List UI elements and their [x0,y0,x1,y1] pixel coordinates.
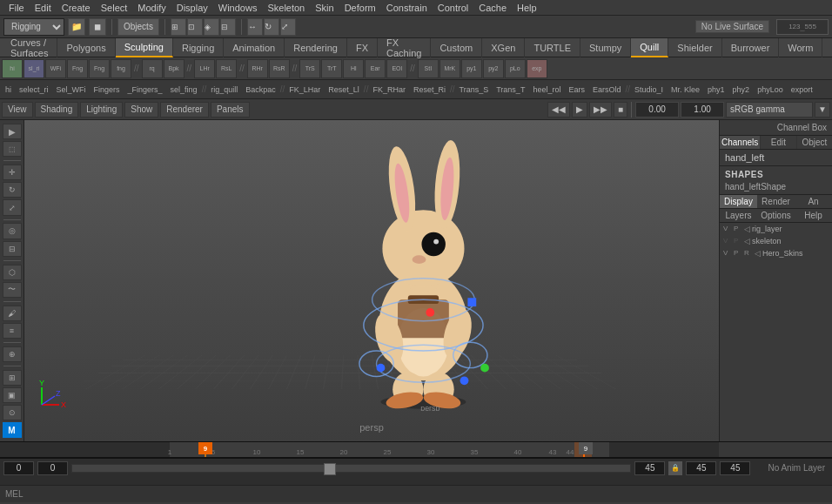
lt-btn-extra2[interactable]: ⊞ [3,370,22,386]
shelf2-item-rig-quill[interactable]: rig_quill [207,84,241,95]
shelf-icon-rig-quill[interactable]: rq [142,59,163,78]
stop-btn[interactable]: ■ [614,102,627,118]
rp-row-tab-layers[interactable]: Layers [720,209,757,222]
toolbar-icon-2[interactable]: ◼ [89,18,106,36]
shelf-icon-trans-t[interactable]: TrT [321,59,342,78]
shelf2-item-trans-s[interactable]: Trans_S [456,84,493,95]
tab-sculpting[interactable]: Sculpting [116,38,173,57]
tb-move[interactable]: ↔ [247,18,263,36]
tab-worm[interactable]: Worm [779,38,822,57]
tb-snap3[interactable]: ◈ [204,18,219,36]
lt-rotate[interactable]: ↻ [3,182,22,198]
shelf-icon-studio-i[interactable]: StI [418,59,439,78]
shelf-icon-export[interactable]: exp [527,59,547,78]
menu-skin[interactable]: Skin [310,2,339,14]
timeline-start-field[interactable] [3,461,34,475]
shelf2-item-sel-wfi[interactable]: Sel_WFi [53,84,90,95]
tab-shielder[interactable]: Shielder [668,38,721,57]
shelf2-item-fingers2[interactable]: _Fingers_ [124,84,166,95]
layer-v-btn-skel[interactable]: V [723,237,732,245]
timeline-ruler[interactable]: .rt { position:absolute; bottom:2px; fon… [0,442,832,458]
shelf2-item-select-ri[interactable]: select_ri [16,84,52,95]
shelf2-item-export[interactable]: export [788,84,816,95]
shelf-icon-trans-s[interactable]: TrS [299,59,320,78]
shelf2-item-trans-t[interactable]: Trans_T [493,84,528,95]
menu-edit[interactable]: Edit [30,2,57,14]
lt-btn-extra1[interactable]: ⊕ [3,346,22,362]
shelf2-item-ears[interactable]: Ears [565,84,588,95]
tb-rotate[interactable]: ↻ [264,18,279,36]
time-field-2[interactable] [681,102,724,118]
layer-v-btn-hero[interactable]: V [723,249,732,258]
menu-display[interactable]: Display [171,2,213,14]
shelf-icon-sel-wfi[interactable]: WFi [45,59,66,78]
lt-paint[interactable]: 🖌 [3,306,22,321]
tab-custom[interactable]: Custom [431,38,482,57]
lighting-btn[interactable]: Lighting [80,102,123,118]
toolbar-icon-1[interactable]: 📁 [68,18,85,36]
tb-snap2[interactable]: ⊡ [187,18,203,36]
rp-tab-channels[interactable]: Channels [720,136,761,149]
timeline-lock[interactable]: 🔒 [668,461,682,475]
tab-polygons[interactable]: Polygons [57,38,115,57]
timeline-range-end-3[interactable] [720,461,750,475]
shading-btn[interactable]: Shading [35,102,79,118]
shelf2-item-phy2[interactable]: phy2 [729,84,754,95]
tb-snap[interactable]: ⊞ [171,18,186,36]
shelf2-item-fingers[interactable]: Fingers [91,84,124,95]
mode-select[interactable]: Rigging [3,18,64,36]
shelf2-item-fk-lhar[interactable]: FK_LHar [285,84,324,95]
menu-modify[interactable]: Modify [132,2,171,14]
shelf2-item-reset-ri[interactable]: Reset_Ri [410,84,449,95]
shelf2-item-backpac[interactable]: Backpac [242,84,279,95]
shelf2-item-ears-old[interactable]: EarsOld [589,84,625,95]
menu-file[interactable]: File [3,2,30,14]
gamma-dropdown[interactable]: ▼ [815,102,830,118]
menu-help[interactable]: Help [512,2,542,14]
lt-poly[interactable]: ⬡ [3,265,22,280]
timeline-slider[interactable] [71,464,631,473]
shelf2-item-heel-rol[interactable]: heel_rol [529,84,564,95]
menu-windows[interactable]: Windows [213,2,263,14]
rp-row-tab-options[interactable]: Options [757,209,795,222]
shelf2-item-studio-i[interactable]: Studio_I [631,84,667,95]
shelf2-item-fk-rhar[interactable]: FK_RHar [369,84,409,95]
panels-btn[interactable]: Panels [211,102,250,118]
lt-symmetry[interactable]: ⊟ [3,241,22,257]
tab-burrower[interactable]: Burrower [722,38,780,57]
tab-fx[interactable]: FX [347,38,378,57]
shelf2-item-sel-fing[interactable]: sel_fing [167,84,201,95]
shelf2-item-hi[interactable]: hi [2,84,15,95]
rp-subtab-render[interactable]: Render [757,195,795,208]
menu-select[interactable]: Select [96,2,133,14]
shelf-icon-reset-li[interactable]: RsL [216,59,237,78]
shelf-icon-hi[interactable]: hi [2,59,23,78]
lt-select[interactable]: ▶ [3,124,22,139]
menu-create[interactable]: Create [57,2,96,14]
tab-b[interactable]: B [822,38,832,57]
layer-p-btn-skel[interactable]: P [734,237,742,245]
play-back-btn[interactable]: ◀◀ [547,102,570,118]
shelf-icon-phyloo[interactable]: pLo [505,59,526,78]
menu-deform[interactable]: Deform [339,2,381,14]
objects-button[interactable]: Objects [117,18,159,36]
rp-row-tab-help[interactable]: Help [795,209,832,222]
shelf-icon-mr-klee[interactable]: MrK [439,59,460,78]
shelf-icon-select-ri[interactable]: sl_ri [23,59,44,78]
tab-rigging[interactable]: Rigging [173,38,224,57]
shelf-icon-reset-ri[interactable]: RsR [269,59,290,78]
view-btn[interactable]: View [2,102,33,118]
shelf2-item-phy1[interactable]: phy1 [704,84,728,95]
shelf-icon-ears-old[interactable]: EOl [386,59,407,78]
layer-p-btn-rig[interactable]: P [734,225,742,233]
rp-tab-edit[interactable]: Edit [761,136,796,149]
lt-curve[interactable]: 〜 [3,282,22,298]
shelf-icon-phy2[interactable]: py2 [483,59,504,78]
lt-move[interactable]: ✛ [3,165,22,180]
lt-scale[interactable]: ⤢ [3,199,22,215]
rp-tab-object[interactable]: Object [797,136,832,149]
tab-animation[interactable]: Animation [224,38,285,57]
layer-r-btn-hero[interactable]: R [744,249,753,258]
lt-lasso[interactable]: ⬚ [3,141,22,157]
tb-scale[interactable]: ⤢ [280,18,296,36]
